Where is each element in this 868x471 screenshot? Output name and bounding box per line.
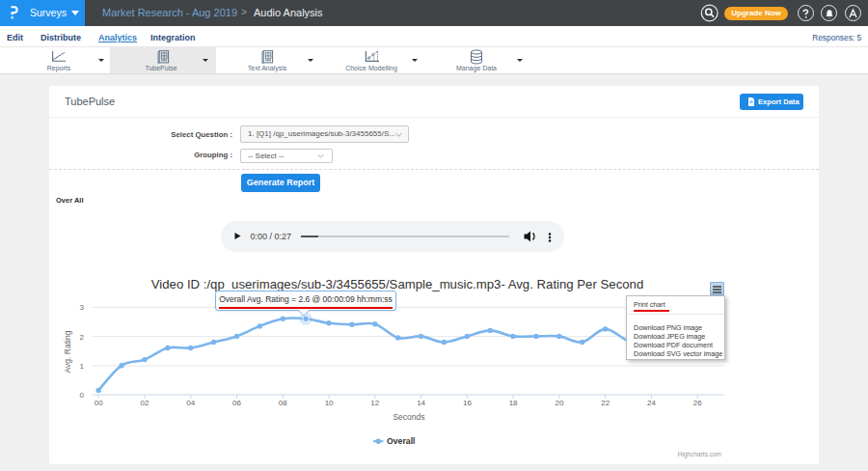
svg-text:Seconds: Seconds [393,412,424,422]
svg-text:04: 04 [186,399,195,407]
svg-text:0: 0 [80,391,85,400]
svg-text:Video ID :/qp_userimages/sub-3: Video ID :/qp_userimages/sub-3/3455655/S… [151,277,643,291]
svg-text:08: 08 [279,399,287,407]
svg-text:02: 02 [141,399,149,407]
svg-text:16: 16 [463,399,472,407]
svg-text:Highcharts.com: Highcharts.com [678,451,721,458]
svg-text:2: 2 [80,333,85,342]
svg-text:3: 3 [80,303,85,312]
svg-text:00: 00 [95,399,103,407]
svg-text:06: 06 [232,399,241,407]
svg-text:20: 20 [555,399,563,407]
svg-text:1: 1 [80,362,85,371]
svg-text:10: 10 [325,399,334,407]
svg-text:Overall: Overall [387,436,415,446]
svg-text:Avg. Rating: Avg. Rating [63,330,72,373]
svg-text:12: 12 [370,399,379,407]
svg-text:24: 24 [647,399,656,407]
svg-text:14: 14 [417,399,425,407]
svg-text:22: 22 [601,399,610,407]
svg-text:18: 18 [509,399,518,407]
svg-text:26: 26 [693,399,702,407]
